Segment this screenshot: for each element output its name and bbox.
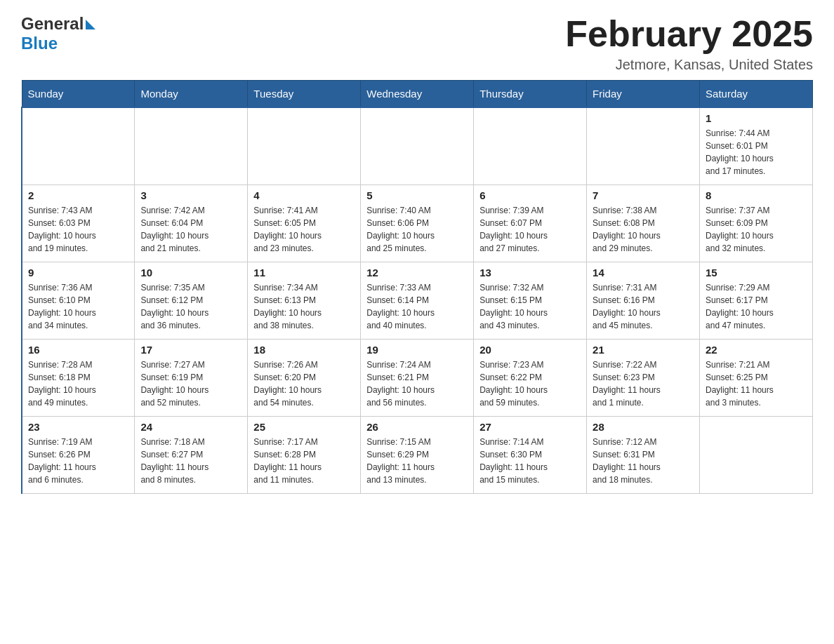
day-number: 3 [140, 189, 241, 201]
day-info: Sunrise: 7:24 AM Sunset: 6:21 PM Dayligh… [366, 358, 468, 409]
day-info: Sunrise: 7:22 AM Sunset: 6:23 PM Dayligh… [593, 358, 694, 409]
page-header: General Blue February 2025 Jetmore, Kans… [21, 14, 813, 73]
calendar-cell: 19Sunrise: 7:24 AM Sunset: 6:21 PM Dayli… [361, 339, 474, 416]
day-number: 18 [253, 344, 355, 356]
calendar-cell: 1Sunrise: 7:44 AM Sunset: 6:01 PM Daylig… [700, 107, 813, 185]
day-number: 19 [366, 344, 468, 356]
calendar-header-row: Sunday Monday Tuesday Wednesday Thursday… [22, 81, 813, 108]
calendar-cell: 23Sunrise: 7:19 AM Sunset: 6:26 PM Dayli… [22, 416, 135, 493]
calendar-cell: 13Sunrise: 7:32 AM Sunset: 6:15 PM Dayli… [474, 262, 587, 339]
header-monday: Monday [135, 81, 248, 108]
logo-general-text: General [21, 14, 84, 34]
day-info: Sunrise: 7:26 AM Sunset: 6:20 PM Dayligh… [253, 358, 355, 409]
day-number: 10 [140, 267, 241, 279]
day-info: Sunrise: 7:14 AM Sunset: 6:30 PM Dayligh… [479, 436, 581, 486]
day-info: Sunrise: 7:35 AM Sunset: 6:12 PM Dayligh… [140, 281, 241, 332]
day-info: Sunrise: 7:12 AM Sunset: 6:31 PM Dayligh… [593, 436, 694, 486]
calendar-cell: 4Sunrise: 7:41 AM Sunset: 6:05 PM Daylig… [248, 185, 361, 262]
calendar-week-5: 23Sunrise: 7:19 AM Sunset: 6:26 PM Dayli… [22, 416, 813, 493]
day-info: Sunrise: 7:41 AM Sunset: 6:05 PM Dayligh… [253, 204, 355, 255]
day-number: 14 [593, 267, 694, 279]
day-info: Sunrise: 7:27 AM Sunset: 6:19 PM Dayligh… [140, 358, 241, 409]
day-number: 25 [253, 421, 355, 433]
calendar-cell [700, 416, 813, 493]
calendar-cell: 7Sunrise: 7:38 AM Sunset: 6:08 PM Daylig… [587, 185, 700, 262]
day-info: Sunrise: 7:29 AM Sunset: 6:17 PM Dayligh… [706, 281, 807, 332]
calendar-week-3: 9Sunrise: 7:36 AM Sunset: 6:10 PM Daylig… [22, 262, 813, 339]
day-number: 7 [593, 189, 694, 201]
header-thursday: Thursday [474, 81, 587, 108]
day-info: Sunrise: 7:33 AM Sunset: 6:14 PM Dayligh… [366, 281, 468, 332]
calendar-cell: 21Sunrise: 7:22 AM Sunset: 6:23 PM Dayli… [587, 339, 700, 416]
day-number: 2 [28, 189, 128, 201]
logo-blue-text: Blue [21, 34, 58, 53]
calendar-cell: 8Sunrise: 7:37 AM Sunset: 6:09 PM Daylig… [700, 185, 813, 262]
day-number: 8 [706, 189, 807, 201]
header-saturday: Saturday [700, 81, 813, 108]
day-info: Sunrise: 7:40 AM Sunset: 6:06 PM Dayligh… [366, 204, 468, 255]
calendar-cell: 18Sunrise: 7:26 AM Sunset: 6:20 PM Dayli… [248, 339, 361, 416]
day-number: 26 [366, 421, 468, 433]
day-info: Sunrise: 7:37 AM Sunset: 6:09 PM Dayligh… [706, 204, 807, 255]
calendar-cell: 26Sunrise: 7:15 AM Sunset: 6:29 PM Dayli… [361, 416, 474, 493]
day-number: 27 [479, 421, 581, 433]
day-info: Sunrise: 7:36 AM Sunset: 6:10 PM Dayligh… [28, 281, 128, 332]
logo: General Blue [21, 14, 95, 53]
calendar-cell [361, 107, 474, 185]
day-info: Sunrise: 7:15 AM Sunset: 6:29 PM Dayligh… [366, 436, 468, 486]
day-number: 17 [140, 344, 241, 356]
day-info: Sunrise: 7:31 AM Sunset: 6:16 PM Dayligh… [593, 281, 694, 332]
day-number: 11 [253, 267, 355, 279]
calendar-cell: 9Sunrise: 7:36 AM Sunset: 6:10 PM Daylig… [22, 262, 135, 339]
calendar-cell [474, 107, 587, 185]
day-info: Sunrise: 7:32 AM Sunset: 6:15 PM Dayligh… [479, 281, 581, 332]
calendar-week-1: 1Sunrise: 7:44 AM Sunset: 6:01 PM Daylig… [22, 107, 813, 185]
day-info: Sunrise: 7:44 AM Sunset: 6:01 PM Dayligh… [706, 127, 807, 177]
calendar-cell: 11Sunrise: 7:34 AM Sunset: 6:13 PM Dayli… [248, 262, 361, 339]
day-info: Sunrise: 7:43 AM Sunset: 6:03 PM Dayligh… [28, 204, 128, 255]
day-number: 21 [593, 344, 694, 356]
day-number: 4 [253, 189, 355, 201]
calendar-cell: 27Sunrise: 7:14 AM Sunset: 6:30 PM Dayli… [474, 416, 587, 493]
calendar-cell: 16Sunrise: 7:28 AM Sunset: 6:18 PM Dayli… [22, 339, 135, 416]
day-info: Sunrise: 7:38 AM Sunset: 6:08 PM Dayligh… [593, 204, 694, 255]
calendar-cell: 24Sunrise: 7:18 AM Sunset: 6:27 PM Dayli… [135, 416, 248, 493]
calendar-cell: 14Sunrise: 7:31 AM Sunset: 6:16 PM Dayli… [587, 262, 700, 339]
calendar-table: Sunday Monday Tuesday Wednesday Thursday… [21, 80, 813, 494]
day-number: 28 [593, 421, 694, 433]
calendar-cell: 12Sunrise: 7:33 AM Sunset: 6:14 PM Dayli… [361, 262, 474, 339]
calendar-cell: 10Sunrise: 7:35 AM Sunset: 6:12 PM Dayli… [135, 262, 248, 339]
header-sunday: Sunday [22, 81, 135, 108]
day-number: 5 [366, 189, 468, 201]
day-number: 20 [479, 344, 581, 356]
day-info: Sunrise: 7:28 AM Sunset: 6:18 PM Dayligh… [28, 358, 128, 409]
day-number: 15 [706, 267, 807, 279]
day-info: Sunrise: 7:34 AM Sunset: 6:13 PM Dayligh… [253, 281, 355, 332]
header-friday: Friday [587, 81, 700, 108]
month-title: February 2025 [565, 14, 813, 54]
location-subtitle: Jetmore, Kansas, United States [565, 57, 813, 73]
day-number: 16 [28, 344, 128, 356]
day-info: Sunrise: 7:39 AM Sunset: 6:07 PM Dayligh… [479, 204, 581, 255]
calendar-cell [587, 107, 700, 185]
calendar-cell: 15Sunrise: 7:29 AM Sunset: 6:17 PM Dayli… [700, 262, 813, 339]
title-section: February 2025 Jetmore, Kansas, United St… [565, 14, 813, 73]
day-info: Sunrise: 7:19 AM Sunset: 6:26 PM Dayligh… [28, 436, 128, 486]
day-info: Sunrise: 7:18 AM Sunset: 6:27 PM Dayligh… [140, 436, 241, 486]
calendar-cell [22, 107, 135, 185]
calendar-cell: 5Sunrise: 7:40 AM Sunset: 6:06 PM Daylig… [361, 185, 474, 262]
logo-triangle-icon [86, 20, 95, 29]
day-number: 23 [28, 421, 128, 433]
calendar-cell [248, 107, 361, 185]
calendar-cell: 17Sunrise: 7:27 AM Sunset: 6:19 PM Dayli… [135, 339, 248, 416]
header-wednesday: Wednesday [361, 81, 474, 108]
day-number: 13 [479, 267, 581, 279]
calendar-cell: 3Sunrise: 7:42 AM Sunset: 6:04 PM Daylig… [135, 185, 248, 262]
day-number: 22 [706, 344, 807, 356]
calendar-cell: 25Sunrise: 7:17 AM Sunset: 6:28 PM Dayli… [248, 416, 361, 493]
calendar-cell: 28Sunrise: 7:12 AM Sunset: 6:31 PM Dayli… [587, 416, 700, 493]
day-number: 24 [140, 421, 241, 433]
calendar-week-2: 2Sunrise: 7:43 AM Sunset: 6:03 PM Daylig… [22, 185, 813, 262]
day-number: 9 [28, 267, 128, 279]
day-number: 12 [366, 267, 468, 279]
